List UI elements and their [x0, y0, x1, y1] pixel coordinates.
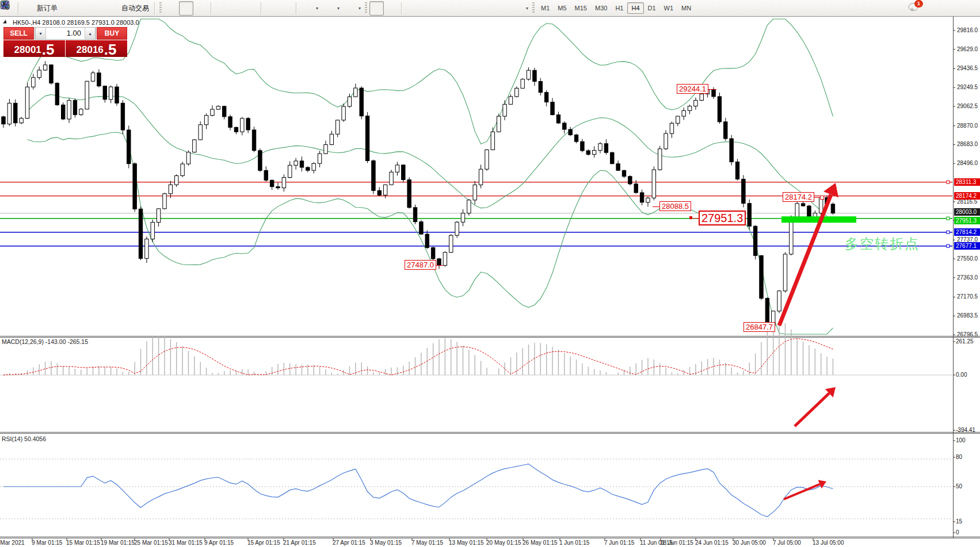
time-axis-label: 13 May 01:15 [449, 540, 484, 546]
time-axis-label: 1 Jun 01:15 [559, 540, 589, 546]
rsi-axis-label: 0 [956, 529, 959, 535]
macd-axis-label: -394.41 [956, 427, 975, 433]
price-tag: 28174.2 [954, 192, 980, 200]
price-tick-label: 29629.0 [957, 46, 978, 52]
price-tick-label: 26983.5 [957, 312, 978, 319]
price-tag: 28003.0 [954, 208, 980, 216]
one-click-trading-panel: SELL ▾ 1.00 ▴ BUY 28001 .5 28016 .5 [3, 27, 127, 57]
price-tick-label: 27363.0 [957, 274, 978, 281]
price-tag: 27951.3 [954, 217, 980, 224]
sell-price-main: 28001 [14, 43, 41, 57]
callout-anchor-line [708, 89, 716, 90]
callout-anchor-line [814, 197, 820, 198]
time-axis-label: 27 Apr 01:15 [333, 540, 365, 546]
time-axis-label: 9 Apr 01:15 [204, 540, 234, 546]
price-callout[interactable]: 28174.2 [783, 192, 814, 202]
callout-anchor-line [693, 218, 699, 219]
rsi-axis-label: 50 [956, 483, 962, 489]
price-tick-label: 27170.5 [957, 293, 978, 300]
volume-input[interactable]: 1.00 [46, 28, 85, 39]
time-axis-label: 15 Mar 01:15 [66, 540, 100, 546]
price-callout[interactable]: 29244.1 [677, 84, 708, 94]
sell-button[interactable]: SELL [3, 27, 34, 40]
price-tick-label: 29436.5 [957, 65, 978, 71]
time-axis-label: 19 Mar 01:15 [101, 540, 135, 546]
price-callout[interactable]: 26847.7 [743, 322, 775, 332]
price-tag: 27814.2 [954, 228, 980, 236]
time-axis-label: 21 Apr 01:15 [283, 540, 316, 546]
time-axis-label: 9 Mar 01:15 [32, 540, 62, 546]
time-axis-label: 7 May 01:15 [411, 540, 443, 546]
rsi-axis-label: 80 [956, 454, 962, 460]
time-axis-label: 30 Jun 05:00 [733, 540, 766, 546]
price-tick-label: 28870.0 [957, 123, 978, 129]
price-tick-label: 29062.5 [957, 103, 978, 109]
time-axis-label: 3 May 01:15 [370, 540, 402, 546]
price-tick-label: 28683.0 [957, 141, 978, 147]
callout-anchor-line [436, 265, 443, 266]
price-callout[interactable]: 27951.3 [699, 211, 746, 225]
buy-button[interactable]: BUY [97, 27, 127, 40]
time-axis-label: 31 Mar 01:15 [169, 540, 203, 546]
sell-price-box[interactable]: 28001 .5 [3, 40, 65, 57]
chart-canvas[interactable] [0, 0, 980, 547]
volume-down-button[interactable]: ▾ [35, 28, 46, 39]
callout-anchor-handle[interactable] [689, 216, 692, 219]
volume-up-button[interactable]: ▴ [85, 28, 96, 39]
rsi-axis-label: 15 [956, 518, 962, 525]
time-axis-label: 25 Mar 01:15 [134, 540, 168, 546]
callout-anchor-handle[interactable] [820, 196, 824, 200]
time-axis-label: 7 Jul 05:00 [773, 540, 801, 546]
sell-price-frac: .5 [42, 42, 55, 57]
chart-title: HK50-,H4 28108.0 28169.5 27931.0 28003.0 [13, 19, 139, 26]
price-callout[interactable]: 28088.5 [659, 201, 691, 211]
buy-price-main: 28016 [77, 43, 104, 57]
price-tick-label: 27550.0 [957, 255, 978, 262]
time-axis-label: 15 Apr 01:15 [247, 540, 280, 546]
macd-indicator-label: MACD(12,26,9) -143.00 -265.15 [2, 338, 88, 345]
time-axis-label: 3 Mar 2021 [0, 540, 25, 546]
rsi-axis-label: 100 [956, 437, 966, 443]
buy-price-box[interactable]: 28016 .5 [66, 40, 127, 57]
callout-anchor-line [653, 206, 659, 207]
time-axis-label: 24 Jun 01:15 [695, 540, 729, 546]
price-callout[interactable]: 27487.0 [405, 260, 436, 270]
time-axis-label: 18 Jun 01:15 [660, 540, 693, 546]
rsi-indicator-label: RSI(14) 50.4056 [2, 435, 46, 442]
time-axis-label: 13 Jul 05:00 [813, 540, 844, 546]
price-tick-label: 29249.5 [957, 84, 978, 90]
macd-axis-label: 261.25 [956, 338, 974, 345]
price-tag: 28311.3 [954, 178, 980, 186]
price-tick-label: 26796.5 [957, 331, 978, 338]
buy-price-frac: .5 [104, 42, 117, 57]
time-axis-label: 20 May 01:15 [486, 540, 521, 546]
price-tick-label: 28496.0 [957, 160, 978, 166]
time-axis-label: 7 Jun 01:15 [604, 540, 634, 546]
trading-terminal-window: { "toolbar": { "new_order_label": "新订单",… [0, 0, 980, 547]
time-axis-label: 26 May 01:15 [523, 540, 558, 546]
turning-point-annotation[interactable]: 多空转折点 [845, 235, 920, 253]
macd-axis-label: 0.00 [956, 372, 967, 378]
price-tick-label: 29816.0 [957, 27, 978, 33]
volume-stepper: ▾ 1.00 ▴ [35, 27, 96, 40]
price-tag: 27677.1 [954, 242, 980, 250]
